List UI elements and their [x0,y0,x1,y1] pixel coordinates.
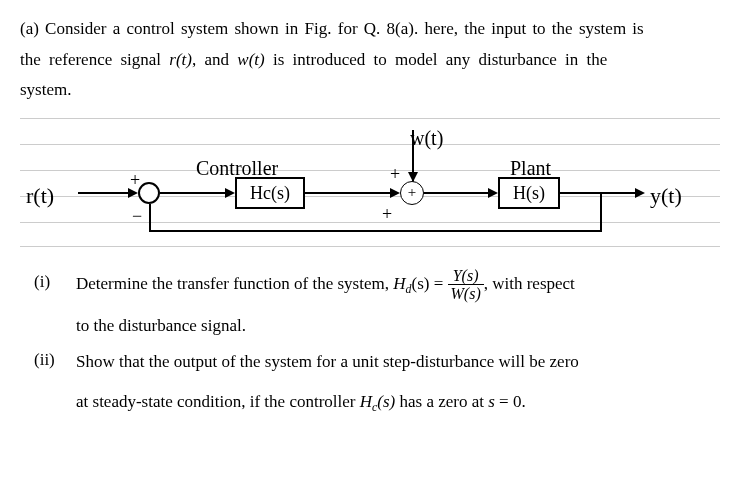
intro-line-3: system. [20,75,725,106]
wire [78,192,133,194]
wire [305,192,395,194]
plus-sign: + [130,164,140,196]
disturbance-signal: w(t) [410,120,443,156]
feedback-wire [149,230,602,232]
feedback-wire [600,192,602,232]
wire [160,192,230,194]
question-i: (i) Determine the transfer function of t… [20,267,725,343]
w-of-t: w(t) [237,50,264,69]
q-num: (ii) [20,345,76,420]
r-of-t: r(t) [169,50,192,69]
intro-line-1: (a) Consider a control system shown in F… [20,14,725,45]
arrow-icon [635,188,645,198]
summing-junction-2: + [400,181,424,205]
arrow-icon [488,188,498,198]
problem-statement: (a) Consider a control system shown in F… [20,14,725,106]
plus-sign: + [382,198,392,230]
wire [424,192,494,194]
output-signal: y(t) [650,176,682,216]
q-text: Show that the output of the system for a… [76,345,725,420]
arrow-icon [225,188,235,198]
sub-questions: (i) Determine the transfer function of t… [20,267,725,420]
input-signal: r(t) [26,176,54,216]
q-text: Determine the transfer function of the s… [76,267,725,343]
controller-block: Hc(s) [235,177,305,209]
minus-sign: − [132,200,142,232]
q-num: (i) [20,267,76,343]
plus-sign: + [390,158,400,190]
feedback-wire [149,204,151,232]
block-diagram: r(t) + − Controller Hc(s) w(t) + + + Pla… [20,114,720,259]
question-ii: (ii) Show that the output of the system … [20,345,725,420]
intro-line-2: the reference signal r(t), and w(t) is i… [20,45,725,76]
plant-block: H(s) [498,177,560,209]
transfer-function-fraction: Y(s)W(s) [448,267,484,303]
